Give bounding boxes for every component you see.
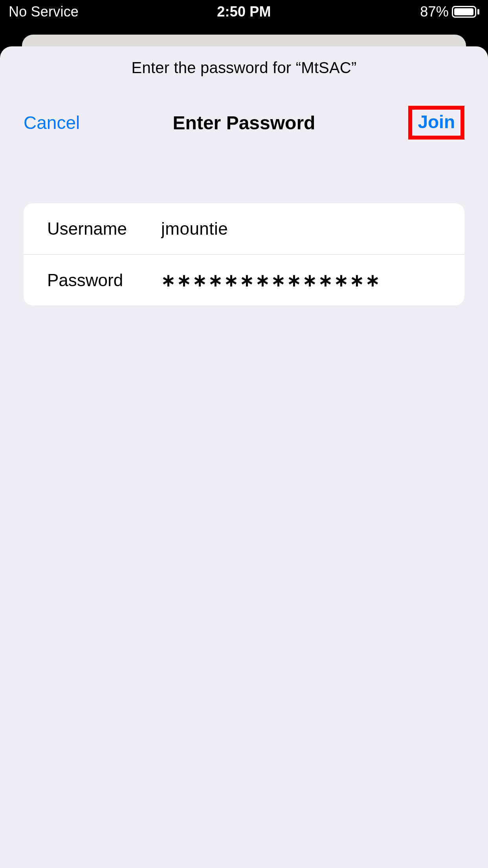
username-label: Username xyxy=(47,219,161,239)
username-row: Username xyxy=(24,203,464,254)
battery-icon xyxy=(452,6,479,18)
status-bar: No Service 2:50 PM 87% xyxy=(0,0,488,24)
battery-percent-text: 87% xyxy=(420,4,449,20)
username-field[interactable] xyxy=(161,219,441,239)
credentials-card: Username Password xyxy=(24,203,464,305)
join-button[interactable]: Join xyxy=(418,111,455,132)
password-label: Password xyxy=(47,270,161,290)
battery-status: 87% xyxy=(338,4,479,20)
carrier-text: No Service xyxy=(9,4,150,20)
clock-text: 2:50 PM xyxy=(217,4,271,20)
enter-password-sheet: Enter the password for “MtSAC” Cancel En… xyxy=(0,46,488,868)
join-highlight-box: Join xyxy=(408,106,464,140)
cancel-button[interactable]: Cancel xyxy=(24,112,80,133)
sheet-subtitle: Enter the password for “MtSAC” xyxy=(0,59,488,77)
sheet-title: Enter Password xyxy=(126,112,362,134)
password-field[interactable] xyxy=(161,270,441,290)
password-row: Password xyxy=(24,254,464,305)
sheet-nav: Cancel Enter Password Join xyxy=(0,106,488,140)
